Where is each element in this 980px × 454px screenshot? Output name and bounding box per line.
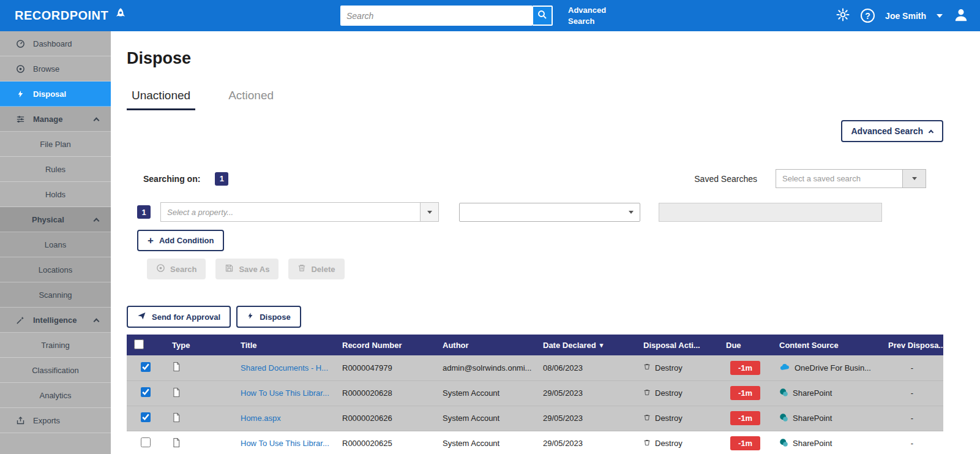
record-title-link[interactable]: Shared Documents - H... xyxy=(241,363,328,373)
column-header-title[interactable]: Title xyxy=(233,335,335,355)
document-icon xyxy=(172,415,181,425)
operator-select[interactable] xyxy=(459,203,640,222)
sidebar-item-loans[interactable]: Loans xyxy=(0,232,111,257)
global-search-input[interactable] xyxy=(340,6,532,26)
column-header-due[interactable]: Due xyxy=(719,335,772,355)
sidebar-item-locations[interactable]: Locations xyxy=(0,257,111,282)
dispose-button[interactable]: Dispose xyxy=(236,306,301,328)
content-source-cell: SharePoint xyxy=(793,414,832,423)
dispose-button-label: Dispose xyxy=(260,312,291,322)
condition-value-input[interactable] xyxy=(659,203,882,222)
page-title: Dispose xyxy=(127,49,943,68)
sidebar-item-disposal[interactable]: Disposal xyxy=(0,81,111,107)
trash-icon xyxy=(643,388,651,398)
sidebar-section-intelligence[interactable]: Intelligence xyxy=(0,308,111,333)
document-icon xyxy=(172,365,181,374)
send-for-approval-label: Send for Approval xyxy=(152,312,220,322)
send-for-approval-button[interactable]: Send for Approval xyxy=(127,306,231,328)
save-as-button[interactable]: Save As xyxy=(215,259,279,279)
record-title-link[interactable]: How To Use This Librar... xyxy=(241,388,329,398)
select-all-checkbox[interactable] xyxy=(134,339,144,349)
user-name[interactable]: Joe Smith xyxy=(885,11,926,21)
lightning-icon xyxy=(247,311,254,322)
saved-search-select[interactable]: Select a saved search xyxy=(776,169,903,188)
tab-unactioned[interactable]: Unactioned xyxy=(127,89,195,110)
row-checkbox[interactable] xyxy=(141,412,151,422)
author-cell: admin@solrwinds.onmi... xyxy=(435,355,536,380)
sidebar-item-rules[interactable]: Rules xyxy=(0,157,111,182)
sidebar-item-holds[interactable]: Holds xyxy=(0,182,111,207)
advanced-search-link[interactable]: Advanced Search xyxy=(568,5,612,27)
sidebar-item-training[interactable]: Training xyxy=(0,333,111,358)
chevron-up-icon xyxy=(929,130,933,135)
column-header-author[interactable]: Author xyxy=(435,335,536,355)
intelligence-wand-icon xyxy=(15,316,26,325)
prev-disposal-cell: - xyxy=(881,406,943,431)
row-checkbox[interactable] xyxy=(141,387,151,397)
column-header-date-declared[interactable]: Date Declared▾ xyxy=(536,335,636,355)
sidebar-item-label: Disposal xyxy=(33,89,99,99)
tab-actioned[interactable]: Actioned xyxy=(223,89,279,110)
document-icon xyxy=(172,441,181,450)
brand-logo[interactable]: RECORDPOINT xyxy=(15,0,129,31)
trash-icon xyxy=(643,439,651,448)
topbar-right: ? Joe Smith xyxy=(836,0,969,31)
advanced-search-toggle-button[interactable]: Advanced Search xyxy=(841,120,944,142)
sidebar-item-file-plan[interactable]: File Plan xyxy=(0,132,111,157)
onedrive-icon xyxy=(779,363,790,373)
sharepoint-icon xyxy=(779,413,788,424)
advanced-search-panel: Searching on: 1 Saved Searches Select a … xyxy=(127,169,943,279)
table-row[interactable]: How To Use This Librar... R0000020628 Sy… xyxy=(127,380,943,406)
sidebar-item-scanning[interactable]: Scanning xyxy=(0,282,111,308)
column-header-prev-disposal[interactable]: Prev Disposa... xyxy=(881,335,943,355)
brand-text: RECORDPOINT xyxy=(15,9,108,23)
user-avatar-icon[interactable] xyxy=(953,7,969,25)
document-icon xyxy=(172,390,181,399)
column-header-type[interactable]: Type xyxy=(165,335,233,355)
row-checkbox[interactable] xyxy=(141,362,151,372)
author-cell: System Account xyxy=(435,380,536,406)
due-badge: -1m xyxy=(730,361,760,375)
chevron-down-icon xyxy=(912,177,917,180)
sharepoint-icon xyxy=(779,438,788,449)
table-row[interactable]: Home.aspx R0000020626 System Account 29/… xyxy=(127,406,943,431)
save-as-button-label: Save As xyxy=(239,265,269,274)
tab-bar: Unactioned Actioned xyxy=(127,89,943,110)
delete-button[interactable]: Delete xyxy=(288,259,344,279)
sidebar-section-physical[interactable]: Physical xyxy=(0,207,111,232)
search-button[interactable]: Search xyxy=(147,259,206,279)
sidebar-item-classification[interactable]: Classification xyxy=(0,358,111,383)
record-title-link[interactable]: Home.aspx xyxy=(241,414,281,423)
due-badge: -1m xyxy=(730,411,760,425)
global-search-button[interactable] xyxy=(532,6,553,26)
search-button-label: Search xyxy=(170,265,196,274)
chevron-up-icon xyxy=(94,318,100,324)
chevron-down-icon xyxy=(629,211,634,214)
sidebar-section-manage[interactable]: Manage xyxy=(0,107,111,132)
user-menu-chevron-icon[interactable] xyxy=(937,14,943,18)
column-header-content-source[interactable]: Content Source xyxy=(772,335,881,355)
sidebar-item-analytics[interactable]: Analytics xyxy=(0,383,111,408)
table-row[interactable]: Shared Documents - H... R0000047979 admi… xyxy=(127,355,943,380)
table-row[interactable]: How To Use This Librar... R0000020625 Sy… xyxy=(127,431,943,454)
sidebar-item-browse[interactable]: Browse xyxy=(0,56,111,81)
table-header-row: Type Title Record Number Author Date Dec… xyxy=(127,335,943,355)
record-title-link[interactable]: How To Use This Librar... xyxy=(241,439,329,448)
row-checkbox[interactable] xyxy=(141,437,151,447)
property-select-input[interactable] xyxy=(160,202,421,222)
property-dropdown-button[interactable] xyxy=(421,202,439,222)
add-condition-button[interactable]: + Add Condition xyxy=(137,230,224,251)
help-icon[interactable]: ? xyxy=(861,9,875,23)
sidebar-item-dashboard[interactable]: Dashboard xyxy=(0,31,111,56)
sidebar-item-exports[interactable]: Exports xyxy=(0,408,111,433)
sidebar-section-label: Manage xyxy=(33,115,87,124)
sidebar-item-label: Holds xyxy=(45,190,65,199)
date-declared-cell: 29/05/2023 xyxy=(536,431,636,454)
sidebar-item-label: Exports xyxy=(33,416,99,425)
disposal-lightning-icon xyxy=(15,89,26,99)
saved-search-dropdown-button[interactable] xyxy=(903,169,926,188)
column-header-record-number[interactable]: Record Number xyxy=(335,335,435,355)
column-header-disposal-action[interactable]: Disposal Acti... xyxy=(636,335,719,355)
sharepoint-icon xyxy=(779,388,788,399)
settings-gear-icon[interactable] xyxy=(836,7,850,25)
